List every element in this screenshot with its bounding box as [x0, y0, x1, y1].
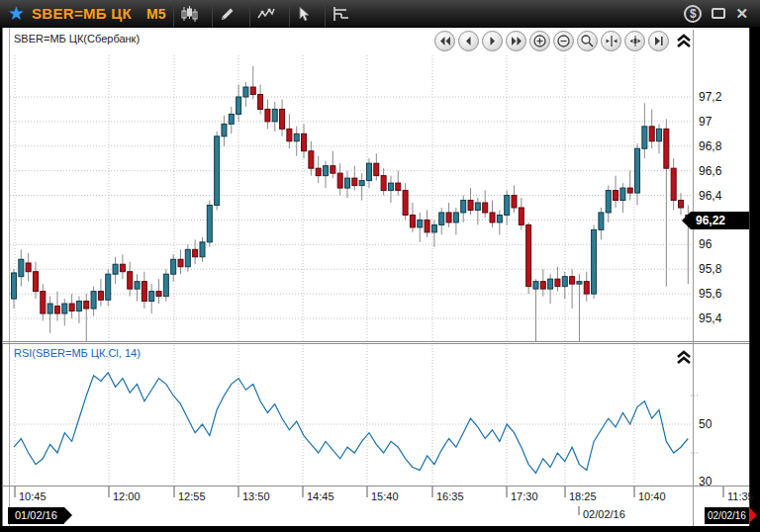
svg-text:97: 97 — [699, 115, 712, 129]
right-arrow-icon — [487, 36, 498, 46]
svg-text:17:30: 17:30 — [511, 490, 538, 502]
svg-text:12:55: 12:55 — [178, 490, 206, 502]
svg-text:95,6: 95,6 — [699, 287, 722, 301]
chevron-up-double-icon — [676, 350, 692, 365]
go-to-end-button[interactable] — [648, 31, 669, 51]
svg-text:96: 96 — [699, 237, 712, 251]
zoom-in-button[interactable] — [529, 31, 550, 51]
svg-text:96,4: 96,4 — [699, 189, 722, 203]
magnifier-zoom-button[interactable] — [577, 31, 598, 51]
svg-text:12:00: 12:00 — [113, 490, 141, 502]
scroll-left-button[interactable] — [458, 31, 479, 51]
svg-text:18:25: 18:25 — [569, 490, 597, 502]
trading-app-window: ★ SBER=МБ ЦК M5 — [0, 0, 760, 532]
main-chart-title: SBER=МБ ЦК(Сбербанк) — [14, 33, 140, 44]
svg-text:10:45: 10:45 — [19, 490, 47, 502]
svg-text:13:50: 13:50 — [242, 490, 270, 502]
date-flag-right: 02/02/16 — [705, 507, 749, 524]
svg-text:95,8: 95,8 — [699, 262, 722, 276]
chart-canvas[interactable]: 97,29796,896,696,49695,895,695,4503010:4… — [0, 0, 760, 532]
svg-text:95,4: 95,4 — [699, 311, 722, 325]
zoom-out-button[interactable] — [553, 31, 574, 51]
compress-icon — [606, 36, 618, 46]
go-to-end-icon — [653, 36, 664, 46]
rsi-panel-title: RSI(SBER=МБ ЦК.Cl, 14) — [14, 347, 141, 359]
date-flag-left: 01/02/16 — [8, 507, 64, 524]
compress-scale-button[interactable] — [601, 31, 621, 51]
svg-text:96,6: 96,6 — [699, 164, 722, 178]
date-label-middle: 02/02/16 — [583, 508, 625, 520]
magnifier-icon — [581, 35, 594, 47]
svg-text:97,2: 97,2 — [699, 90, 722, 104]
zoom-out-icon — [557, 35, 570, 47]
scroll-fast-right-button[interactable] — [506, 31, 526, 51]
collapse-main-panel-button[interactable] — [675, 33, 693, 48]
svg-text:16:35: 16:35 — [436, 490, 464, 502]
current-price-tag: 96,22 — [691, 212, 749, 229]
svg-text:96,8: 96,8 — [699, 139, 722, 153]
scroll-right-button[interactable] — [482, 31, 503, 51]
left-arrow-icon — [463, 36, 474, 46]
zoom-in-icon — [533, 35, 546, 47]
svg-text:14:45: 14:45 — [307, 490, 334, 502]
bar-width-button[interactable] — [624, 31, 645, 51]
chevron-up-double-icon — [676, 34, 692, 48]
svg-text:50: 50 — [699, 417, 712, 431]
collapse-rsi-panel-button[interactable] — [675, 349, 693, 365]
svg-text:10:40: 10:40 — [638, 490, 666, 502]
double-right-arrow-icon — [511, 36, 522, 46]
svg-text:15:40: 15:40 — [371, 490, 399, 502]
scroll-fast-left-button[interactable] — [434, 31, 455, 51]
chart-nav-toolbar — [434, 31, 669, 51]
svg-text:11:35: 11:35 — [727, 490, 754, 502]
double-left-arrow-icon — [439, 36, 451, 46]
bar-width-icon — [629, 36, 641, 46]
